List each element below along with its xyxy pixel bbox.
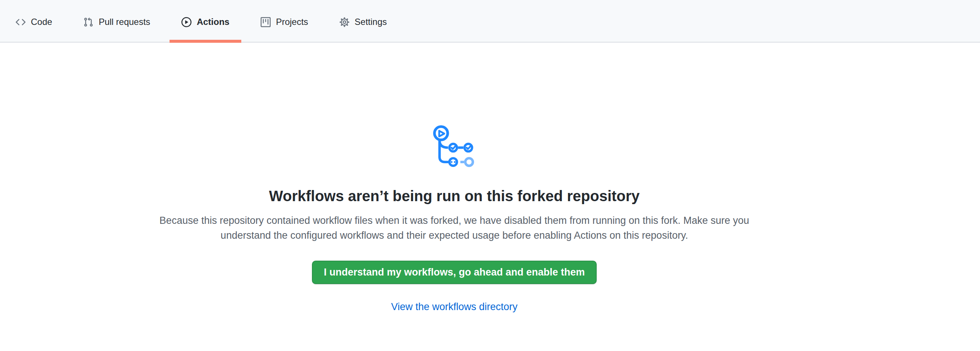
play-icon xyxy=(181,17,191,27)
active-tab-underline xyxy=(170,40,241,43)
tab-settings[interactable]: Settings xyxy=(328,2,399,42)
tab-label: Code xyxy=(31,17,52,27)
tab-label: Settings xyxy=(355,17,387,27)
enable-workflows-button[interactable]: I understand my workflows, go ahead and … xyxy=(312,260,597,284)
git-pull-request-icon xyxy=(83,17,93,27)
tab-label: Actions xyxy=(197,17,229,27)
actions-blankslate: Workflows aren’t being run on this forke… xyxy=(0,125,908,313)
code-icon xyxy=(16,17,25,27)
page-title: Workflows aren’t being run on this forke… xyxy=(0,188,908,204)
tab-pull-requests[interactable]: Pull requests xyxy=(72,2,162,42)
tab-projects[interactable]: Projects xyxy=(249,2,320,42)
tab-code[interactable]: Code xyxy=(4,2,64,42)
project-icon xyxy=(261,17,270,27)
actions-workflow-icon xyxy=(0,125,908,168)
repo-tab-bar: Code Pull requests Actions Projects xyxy=(0,0,980,43)
workflows-directory-link[interactable]: View the workflows directory xyxy=(391,301,517,312)
gear-icon xyxy=(339,17,350,27)
tab-label: Projects xyxy=(276,17,308,27)
tab-actions[interactable]: Actions xyxy=(170,2,241,42)
description: Because this repository contained workfl… xyxy=(149,213,760,243)
tab-label: Pull requests xyxy=(99,17,150,27)
